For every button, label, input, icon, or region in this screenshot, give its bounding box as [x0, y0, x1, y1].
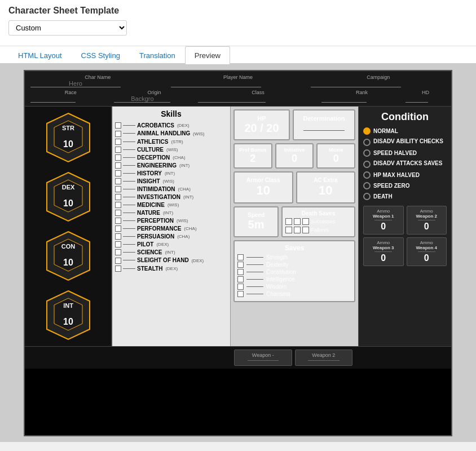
skill-deception-checkbox[interactable] — [115, 154, 121, 161]
speed-label: Speed — [239, 212, 273, 218]
death-successes-row: Successes — [285, 218, 351, 225]
skill-medicine-line — [123, 205, 135, 205]
ammo-weapon-1-line — [374, 220, 392, 220]
skill-culture-checkbox[interactable] — [115, 147, 121, 153]
origin-field: Origin — [114, 90, 194, 103]
ammo-weapon-3: Ammo Weapon 3 0 — [363, 237, 404, 266]
skill-animal-handling-checkbox[interactable] — [115, 131, 121, 137]
save-charisma-line — [246, 294, 263, 294]
rank-input[interactable] — [321, 95, 367, 103]
death-failure-3[interactable] — [302, 227, 309, 233]
skill-sleight-of-hand-line — [123, 260, 135, 260]
condition-normal[interactable]: NORMAL — [363, 127, 447, 135]
tab-preview[interactable]: Preview — [185, 46, 230, 64]
origin-input[interactable] — [114, 95, 170, 103]
skill-culture-line — [123, 149, 135, 150]
condition-normal-label: NORMAL — [373, 128, 398, 134]
condition-death[interactable]: DEATH — [363, 193, 447, 200]
condition-speed-halved[interactable]: SPEED HALVED — [363, 149, 447, 157]
save-intelligence-checkbox[interactable] — [237, 276, 244, 282]
death-failure-2[interactable] — [294, 227, 301, 233]
skill-athletics-checkbox[interactable] — [115, 139, 121, 145]
skill-history-line — [123, 173, 135, 174]
skill-medicine-checkbox[interactable] — [115, 202, 121, 208]
skill-sleight-of-hand-checkbox[interactable] — [115, 258, 121, 264]
template-select[interactable]: Custom — [8, 20, 127, 36]
condition-disadv-ability-radio[interactable] — [363, 139, 371, 146]
skill-history-checkbox[interactable] — [115, 170, 121, 176]
condition-disadv-ability-label: DISADV ABILITY CHECKS — [373, 138, 443, 144]
determination-line — [303, 130, 345, 131]
svg-text:10: 10 — [63, 258, 73, 267]
skill-science-checkbox[interactable] — [115, 249, 121, 255]
page-header: Character Sheet Template Custom — [0, 0, 476, 46]
save-wisdom-checkbox[interactable] — [237, 284, 244, 290]
save-constitution-checkbox[interactable] — [237, 269, 244, 275]
char-name-input[interactable] — [30, 80, 121, 87]
condition-hp-max-halved[interactable]: HP MAX HALVED — [363, 171, 447, 179]
skill-animal-handling-line — [123, 133, 135, 134]
campaign-input[interactable] — [311, 80, 401, 87]
save-strength-checkbox[interactable] — [237, 254, 244, 260]
condition-disadv-ability[interactable]: DISADV ABILITY CHECKS — [363, 138, 447, 146]
condition-disadv-attacks-radio[interactable] — [363, 161, 371, 168]
condition-disadv-attacks[interactable]: DISADV ATTACKS SAVES — [363, 160, 447, 168]
skill-perception-checkbox[interactable] — [115, 218, 121, 224]
condition-hp-max-halved-radio[interactable] — [363, 171, 371, 179]
skill-stealth-checkbox[interactable] — [115, 266, 121, 272]
skill-investigation-checkbox[interactable] — [115, 194, 121, 200]
ammo-weapons-grid: Ammo Weapon 1 0 Ammo Weapon 2 0 Am — [363, 206, 447, 266]
page-title: Character Sheet Template — [8, 6, 468, 16]
skill-pilot-checkbox[interactable] — [115, 241, 121, 247]
svg-text:CON: CON — [61, 243, 75, 250]
condition-death-radio[interactable] — [363, 193, 371, 200]
race-field: Race — [30, 90, 111, 103]
class-field: Class — [198, 90, 319, 103]
skill-acrobatics-checkbox[interactable] — [115, 122, 121, 129]
skill-insight-checkbox[interactable] — [115, 178, 121, 184]
campaign-label: Campaign — [311, 74, 446, 80]
save-dexterity-checkbox[interactable] — [237, 262, 244, 268]
skill-nature-checkbox[interactable] — [115, 210, 121, 216]
death-failure-1[interactable] — [285, 227, 292, 233]
save-charisma-checkbox[interactable] — [237, 291, 244, 297]
initiative-label: Initiative — [279, 147, 310, 153]
skill-nature: NATURE (INT) — [115, 209, 227, 216]
condition-normal-radio[interactable] — [363, 127, 371, 135]
center-panel: HP 20 / 20 Determination Prof Bonus 2 — [231, 107, 358, 346]
skill-engineering-checkbox[interactable] — [115, 162, 121, 169]
race-input[interactable] — [30, 95, 76, 103]
death-success-3[interactable] — [302, 218, 309, 225]
weapon-bottom-1-line — [248, 360, 279, 361]
condition-speed-zero-radio[interactable] — [363, 182, 371, 189]
hd-input[interactable] — [406, 95, 428, 103]
death-success-2[interactable] — [294, 218, 301, 225]
save-charisma: Charisma — [237, 291, 351, 297]
skill-acrobatics: ACROBATICS (DEX) — [115, 121, 227, 129]
condition-speed-halved-radio[interactable] — [363, 149, 371, 157]
class-input[interactable] — [198, 95, 266, 103]
condition-speed-zero[interactable]: SPEED ZERO — [363, 182, 447, 189]
skill-science: SCIENCE (INT) — [115, 248, 227, 256]
skill-engineering-line — [123, 165, 135, 166]
skill-persuasion-checkbox[interactable] — [115, 233, 121, 240]
sheet-header: Char Name Player Name Campaign Race — [25, 71, 451, 107]
skill-nature-line — [123, 213, 135, 213]
skill-intimidation-checkbox[interactable] — [115, 186, 121, 192]
tab-translation[interactable]: Translation — [130, 46, 185, 64]
moxie-value: 0 — [320, 153, 351, 165]
save-wisdom-label: Wisdom — [266, 284, 287, 290]
player-name-label: Player Name — [171, 74, 306, 80]
skill-performance-checkbox[interactable] — [115, 226, 121, 232]
ammo-weapon-2: Ammo Weapon 2 0 — [407, 206, 447, 235]
svg-text:10: 10 — [63, 139, 73, 149]
svg-text:DEX: DEX — [61, 184, 74, 191]
tab-html-layout[interactable]: HTML Layout — [8, 46, 72, 64]
tab-css-styling[interactable]: CSS Styling — [72, 46, 130, 64]
save-dexterity-line — [246, 264, 263, 265]
death-success-1[interactable] — [285, 218, 292, 225]
skill-science-line — [123, 252, 135, 253]
player-name-input[interactable] — [171, 80, 261, 87]
prof-bonus-value: 2 — [237, 153, 268, 165]
armor-class-label: Armor Class — [239, 177, 288, 183]
